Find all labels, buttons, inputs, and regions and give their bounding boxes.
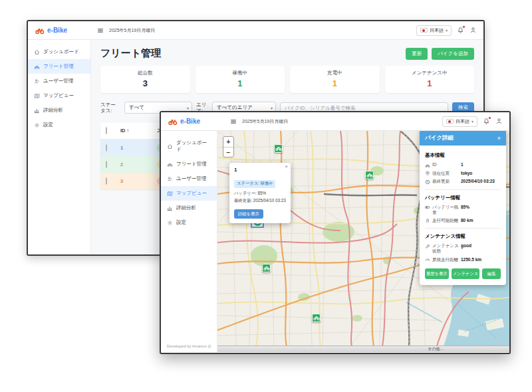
battery-info-heading: バッテリー情報 xyxy=(425,195,501,201)
chevron-down-icon: ▾ xyxy=(187,106,189,110)
sidebar: ダッシュボード フリート管理 ユーザー管理 マップビュー 詳細分析 xyxy=(28,40,91,254)
bike-marker[interactable] xyxy=(365,171,374,179)
maintenance-button[interactable]: メンテナンス xyxy=(452,268,480,279)
bike-id: 3 xyxy=(120,178,157,184)
hamburger-menu-icon[interactable] xyxy=(97,27,104,34)
show-history-button[interactable]: 履歴を表示 xyxy=(425,268,449,279)
panel-row-maint-status: メンテナンス状態 good xyxy=(425,243,501,254)
bike-id: 1 xyxy=(120,145,157,151)
chevron-down-icon: ▾ xyxy=(471,119,473,124)
panel-title: バイク詳細 xyxy=(425,134,454,142)
sidebar-item-analytics[interactable]: 詳細分析 xyxy=(28,103,90,118)
window-map-view: e-Bike 2025年5月19日月曜日 日本語 ▾ xyxy=(160,111,511,354)
sidebar-item-map[interactable]: マップビュー xyxy=(161,186,217,201)
row-checkbox[interactable] xyxy=(106,177,107,185)
edit-button[interactable]: 編集 xyxy=(482,268,501,279)
users-icon xyxy=(167,176,173,182)
zoom-in-button[interactable]: + xyxy=(223,137,233,147)
bike-detail-panel: バイク詳細 × 基本情報 ID 1 現在位置 tokyo xyxy=(420,131,506,285)
header-date: 2025年5月19日月曜日 xyxy=(242,118,288,125)
app-logo[interactable]: e-Bike xyxy=(168,116,225,126)
panel-row-battery: バッテリー残量 85% xyxy=(425,205,501,215)
panel-close-icon[interactable]: × xyxy=(497,136,501,142)
map-popup: × 1 ステータス: 稼働中 バッテリー: 85% 最終更新: 2025/04/… xyxy=(229,163,291,223)
bike-id: 2 xyxy=(120,161,157,167)
wrench-icon xyxy=(425,244,430,249)
gauge-icon xyxy=(425,257,430,262)
notification-badge xyxy=(462,25,466,29)
select-all-checkbox[interactable] xyxy=(106,127,107,134)
road-icon xyxy=(425,218,430,223)
home-icon xyxy=(167,144,173,149)
stat-value-active: 1 xyxy=(198,78,283,88)
bike-logo-icon xyxy=(35,25,45,35)
add-bike-button[interactable]: バイクを追加 xyxy=(432,48,474,60)
bike-marker[interactable] xyxy=(274,144,283,153)
chart-icon xyxy=(34,108,40,114)
notifications-bell-icon[interactable] xyxy=(457,27,464,34)
bike-icon xyxy=(167,161,173,167)
home-icon xyxy=(34,49,40,55)
sidebar-item-dashboard[interactable]: ダッシュボード xyxy=(161,136,217,157)
map-zoom-control: + − xyxy=(223,136,234,157)
users-icon xyxy=(34,78,40,84)
sidebar-item-users[interactable]: ユーザー管理 xyxy=(161,171,217,186)
bike-marker[interactable] xyxy=(312,314,321,322)
row-checkbox[interactable] xyxy=(106,144,107,151)
show-details-button[interactable]: 詳細を表示 xyxy=(234,209,263,219)
popup-status-badge: ステータス: 稼働中 xyxy=(234,180,275,188)
sidebar-item-map[interactable]: マップビュー xyxy=(28,88,90,103)
page-title: フリート管理 xyxy=(100,47,161,60)
hamburger-menu-icon[interactable] xyxy=(230,118,237,125)
language-selector[interactable]: 日本語 ▾ xyxy=(416,25,452,36)
user-account-icon[interactable] xyxy=(495,118,503,125)
refresh-button[interactable]: 更新 xyxy=(406,48,428,60)
popup-battery: バッテリー: 85% xyxy=(234,191,286,197)
japan-flag-icon xyxy=(420,28,428,33)
stats-row: 総台数 3 稼働中 1 充電中 1 メンテナンス中 1 xyxy=(100,66,474,93)
gear-icon xyxy=(167,220,173,226)
status-filter-label: ステータス: xyxy=(100,102,120,114)
bike-icon xyxy=(34,64,40,70)
screenshot-stage: e-Bike 2025年5月19日月曜日 日本語 ▾ xyxy=(0,0,532,392)
popup-close-icon[interactable]: × xyxy=(285,164,288,169)
chevron-down-icon: ▾ xyxy=(271,106,273,110)
language-selector[interactable]: 日本語 ▾ xyxy=(442,116,477,127)
sidebar-item-fleet[interactable]: フリート管理 xyxy=(28,59,90,74)
stat-value-total: 3 xyxy=(103,78,188,88)
stat-card-maintenance: メンテナンス中 1 xyxy=(385,66,475,93)
stat-card-charging: 充電中 1 xyxy=(290,66,380,93)
stat-value-charging: 1 xyxy=(293,78,377,88)
notifications-bell-icon[interactable] xyxy=(483,118,490,125)
panel-row-id: ID 1 xyxy=(425,162,501,168)
sidebar-item-settings[interactable]: 設定 xyxy=(161,215,217,230)
sidebar-item-fleet[interactable]: フリート管理 xyxy=(161,157,217,171)
window-status-bar: その他... xyxy=(217,345,509,352)
popup-last-update: 最終更新: 2025/04/10 03:23 xyxy=(234,198,286,204)
bike-icon xyxy=(425,163,430,168)
basic-info-heading: 基本情報 xyxy=(425,152,501,159)
battery-icon xyxy=(425,205,430,210)
zoom-out-button[interactable]: − xyxy=(223,147,233,157)
app-logo-text: e-Bike xyxy=(180,118,200,125)
panel-row-updated: 最終更新 2025/04/10 03:23 xyxy=(425,179,501,185)
app-logo[interactable]: e-Bike xyxy=(35,25,92,35)
developed-by-footer: Developed by Amazon Q xyxy=(161,344,217,348)
sidebar-item-analytics[interactable]: 詳細分析 xyxy=(161,201,217,215)
map-icon xyxy=(167,191,173,197)
sidebar-item-settings[interactable]: 設定 xyxy=(28,118,90,132)
sidebar-item-users[interactable]: ユーザー管理 xyxy=(28,74,90,88)
status-bar-text: その他... xyxy=(428,346,443,352)
user-account-icon[interactable] xyxy=(469,27,477,34)
row-checkbox[interactable] xyxy=(106,161,107,168)
map-pin-icon xyxy=(425,171,430,176)
stat-value-maintenance: 1 xyxy=(388,78,472,88)
header-date: 2025年5月19日月曜日 xyxy=(109,27,155,34)
map-canvas[interactable]: + − × xyxy=(217,131,509,345)
sidebar-item-dashboard[interactable]: ダッシュボード xyxy=(28,45,90,59)
panel-header: バイク詳細 × xyxy=(420,131,506,146)
map-icon xyxy=(34,93,40,99)
bike-marker[interactable] xyxy=(262,264,271,272)
map-section: + − × xyxy=(217,131,509,352)
column-header-id[interactable]: ID ↑ xyxy=(120,128,157,134)
